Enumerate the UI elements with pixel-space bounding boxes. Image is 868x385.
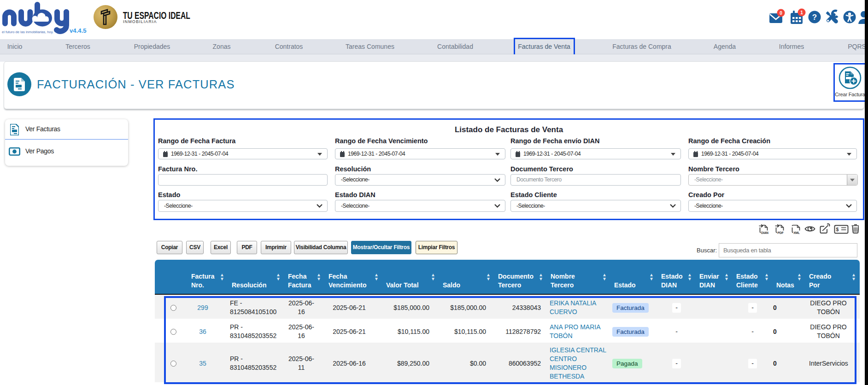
svg-text:XML: XML [793, 231, 800, 234]
svg-text:PDF: PDF [778, 231, 784, 234]
svg-text:1: 1 [800, 10, 803, 15]
svg-text:el futuro de las inmobiliarias: el futuro de las inmobiliarias, hoy. [2, 30, 53, 34]
svg-text:DIAN: DIAN [761, 231, 768, 234]
svg-text:?: ? [812, 13, 817, 22]
svg-text:0: 0 [780, 11, 782, 16]
svg-text:v4.4.5: v4.4.5 [70, 27, 87, 34]
svg-text:INMOBILIARIA: INMOBILIARIA [123, 19, 157, 24]
svg-text:$: $ [836, 227, 839, 232]
